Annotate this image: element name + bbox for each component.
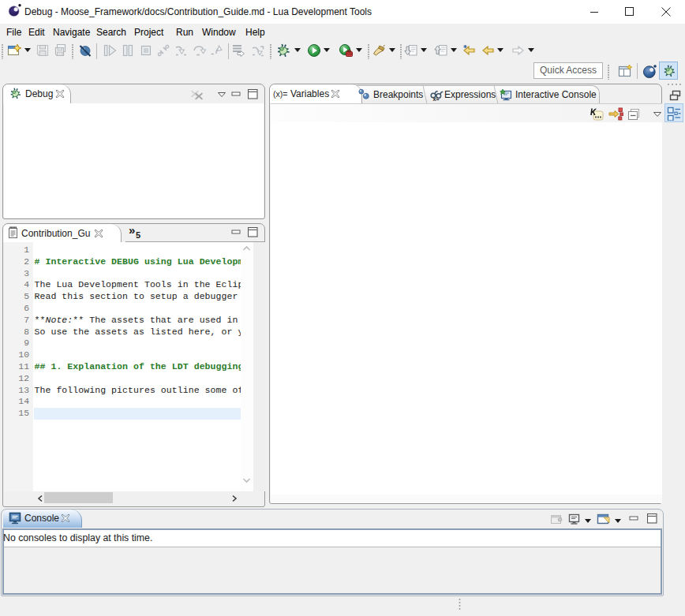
svg-text:x=: x= (433, 96, 440, 102)
